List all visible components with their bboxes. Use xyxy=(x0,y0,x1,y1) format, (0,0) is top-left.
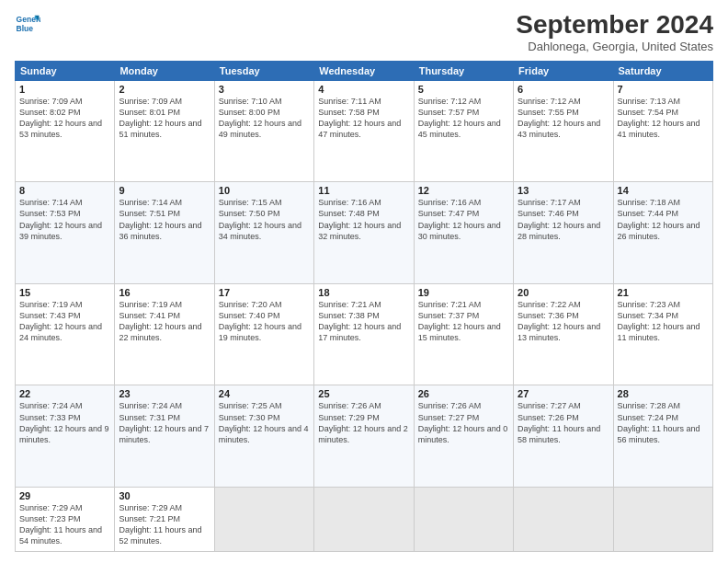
header: General Blue September 2024 Dahlonega, G… xyxy=(15,11,713,53)
calendar-table: Sunday Monday Tuesday Wednesday Thursday… xyxy=(15,61,713,552)
page: General Blue September 2024 Dahlonega, G… xyxy=(0,0,728,563)
calendar-cell: 20Sunrise: 7:22 AMSunset: 7:36 PMDayligh… xyxy=(514,283,613,385)
week-row-1: 1Sunrise: 7:09 AMSunset: 8:02 PMDaylight… xyxy=(16,80,713,182)
calendar-cell: 1Sunrise: 7:09 AMSunset: 8:02 PMDaylight… xyxy=(16,80,115,182)
calendar-cell: 25Sunrise: 7:26 AMSunset: 7:29 PMDayligh… xyxy=(314,385,414,488)
calendar-cell xyxy=(514,488,613,552)
header-friday: Friday xyxy=(514,61,613,80)
calendar-cell: 11Sunrise: 7:16 AMSunset: 7:48 PMDayligh… xyxy=(314,182,414,284)
header-wednesday: Wednesday xyxy=(314,61,414,80)
calendar-cell: 16Sunrise: 7:19 AMSunset: 7:41 PMDayligh… xyxy=(115,283,214,385)
logo-icon: General Blue xyxy=(15,11,40,37)
calendar-cell: 2Sunrise: 7:09 AMSunset: 8:01 PMDaylight… xyxy=(115,80,214,182)
calendar-cell: 30Sunrise: 7:29 AMSunset: 7:21 PMDayligh… xyxy=(115,488,214,552)
calendar-cell: 28Sunrise: 7:28 AMSunset: 7:24 PMDayligh… xyxy=(613,385,712,488)
calendar-cell: 23Sunrise: 7:24 AMSunset: 7:31 PMDayligh… xyxy=(115,385,214,488)
week-row-3: 15Sunrise: 7:19 AMSunset: 7:43 PMDayligh… xyxy=(16,283,713,385)
calendar-cell: 29Sunrise: 7:29 AMSunset: 7:23 PMDayligh… xyxy=(16,488,115,552)
week-row-2: 8Sunrise: 7:14 AMSunset: 7:53 PMDaylight… xyxy=(16,182,713,284)
calendar-cell: 26Sunrise: 7:26 AMSunset: 7:27 PMDayligh… xyxy=(414,385,513,488)
header-monday: Monday xyxy=(115,61,214,80)
header-tuesday: Tuesday xyxy=(214,61,313,80)
calendar-cell: 15Sunrise: 7:19 AMSunset: 7:43 PMDayligh… xyxy=(16,283,115,385)
calendar-cell xyxy=(414,488,513,552)
calendar-cell: 3Sunrise: 7:10 AMSunset: 8:00 PMDaylight… xyxy=(214,80,313,182)
calendar-cell: 5Sunrise: 7:12 AMSunset: 7:57 PMDaylight… xyxy=(414,80,513,182)
calendar-cell: 13Sunrise: 7:17 AMSunset: 7:46 PMDayligh… xyxy=(514,182,613,284)
calendar-cell xyxy=(613,488,712,552)
calendar-cell: 18Sunrise: 7:21 AMSunset: 7:38 PMDayligh… xyxy=(314,283,414,385)
logo: General Blue xyxy=(15,11,40,37)
calendar-cell: 27Sunrise: 7:27 AMSunset: 7:26 PMDayligh… xyxy=(514,385,613,488)
calendar-cell: 21Sunrise: 7:23 AMSunset: 7:34 PMDayligh… xyxy=(613,283,712,385)
calendar-cell xyxy=(314,488,414,552)
week-row-5: 29Sunrise: 7:29 AMSunset: 7:23 PMDayligh… xyxy=(16,488,713,552)
calendar-cell xyxy=(214,488,313,552)
svg-text:Blue: Blue xyxy=(17,24,34,33)
header-thursday: Thursday xyxy=(414,61,513,80)
calendar-cell: 9Sunrise: 7:14 AMSunset: 7:51 PMDaylight… xyxy=(115,182,214,284)
calendar-cell: 19Sunrise: 7:21 AMSunset: 7:37 PMDayligh… xyxy=(414,283,513,385)
calendar-cell: 7Sunrise: 7:13 AMSunset: 7:54 PMDaylight… xyxy=(613,80,712,182)
calendar-cell: 10Sunrise: 7:15 AMSunset: 7:50 PMDayligh… xyxy=(214,182,313,284)
week-row-4: 22Sunrise: 7:24 AMSunset: 7:33 PMDayligh… xyxy=(16,385,713,488)
month-title: September 2024 xyxy=(516,11,713,40)
calendar-cell: 14Sunrise: 7:18 AMSunset: 7:44 PMDayligh… xyxy=(613,182,712,284)
header-saturday: Saturday xyxy=(613,61,712,80)
title-block: September 2024 Dahlonega, Georgia, Unite… xyxy=(516,11,713,53)
calendar-cell: 12Sunrise: 7:16 AMSunset: 7:47 PMDayligh… xyxy=(414,182,513,284)
calendar-cell: 17Sunrise: 7:20 AMSunset: 7:40 PMDayligh… xyxy=(214,283,313,385)
calendar-cell: 6Sunrise: 7:12 AMSunset: 7:55 PMDaylight… xyxy=(514,80,613,182)
location: Dahlonega, Georgia, United States xyxy=(516,40,713,53)
calendar-cell: 24Sunrise: 7:25 AMSunset: 7:30 PMDayligh… xyxy=(214,385,313,488)
header-sunday: Sunday xyxy=(16,61,115,80)
calendar-cell: 4Sunrise: 7:11 AMSunset: 7:58 PMDaylight… xyxy=(314,80,414,182)
calendar-cell: 8Sunrise: 7:14 AMSunset: 7:53 PMDaylight… xyxy=(16,182,115,284)
calendar-cell: 22Sunrise: 7:24 AMSunset: 7:33 PMDayligh… xyxy=(16,385,115,488)
calendar-header-row: Sunday Monday Tuesday Wednesday Thursday… xyxy=(16,61,713,80)
